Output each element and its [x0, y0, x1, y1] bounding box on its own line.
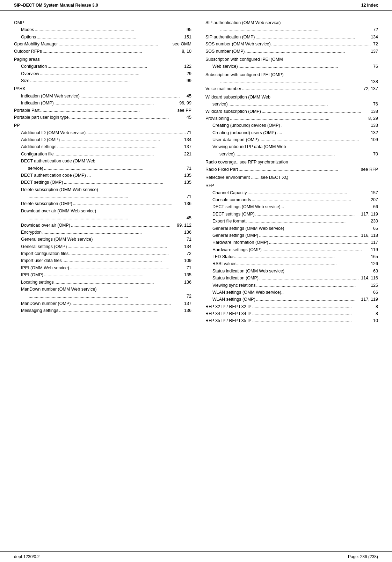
entry-page-number: 135 [184, 179, 191, 186]
entry-page-number: 119 [371, 247, 378, 253]
entry-page-number: 95 [187, 27, 191, 33]
entry-dots-fill: ........................................… [69, 265, 187, 271]
entry-dots-fill: ........................................… [56, 144, 184, 150]
entry-label: OpenMobility Manager [14, 41, 58, 48]
entry-dots-fill: ........................................… [262, 247, 371, 253]
entry-label: Indication (OMP) [14, 100, 54, 107]
index-entry: ........................................… [14, 194, 191, 200]
entry-label: DECT settings (OMP) [14, 179, 63, 186]
entry-dots-fill: ........................................… [234, 254, 371, 260]
entry-label: Status indication (OMM Web service) [205, 268, 284, 275]
index-entry: Indication (OMM Web service)............… [14, 93, 191, 100]
index-entry: Options.................................… [14, 34, 191, 41]
main-content: OMPModes................................… [0, 11, 392, 332]
index-entry: Wildcard subscription (OMM Web [205, 94, 378, 101]
entry-label: Wildcard subscription (OMM Web [205, 94, 270, 101]
page-footer: depl-1230/0.2 Page: 236 (238) [0, 551, 392, 562]
index-entry: service)................................… [205, 101, 378, 108]
entry-dots-fill: ........................................… [219, 27, 373, 33]
index-entry: Radio Fixed Part........................… [205, 166, 378, 173]
entry-label: Hardware settings (OMP) [205, 247, 262, 253]
entry-label: WLAN settings (OMM Web service).. [205, 289, 284, 296]
entry-page-number: 71 [187, 194, 191, 200]
entry-page-number: 135 [184, 172, 191, 179]
entry-page-number: 72 [373, 41, 378, 48]
entry-label: Configuration file [14, 151, 54, 158]
entry-label: Hardware information (OMP) [205, 239, 268, 246]
entry-dots-fill: ........................................… [259, 137, 371, 143]
entry-page-number: 8, 29 [368, 115, 378, 122]
entry-dots-fill: ........................................… [259, 275, 361, 282]
entry-dots-fill: ........................................… [237, 261, 371, 267]
entry-page-number: 138 [371, 108, 378, 115]
entry-page-number: 137 [184, 300, 191, 307]
entry-page-number: 66 [373, 289, 378, 296]
entry-label: General settings (OMP) [14, 243, 67, 250]
index-entry: Provisioning............................… [205, 115, 378, 122]
entry-page-number: 10 [373, 318, 378, 324]
index-entry: ........................................… [205, 79, 378, 85]
index-entry: RSSI values.............................… [205, 261, 378, 267]
entry-dots-fill: ........................................… [58, 307, 184, 314]
index-entry: Indication (OMP)........................… [14, 100, 191, 107]
entry-label: RFP 32 IP / RFP L32 IP [205, 304, 252, 310]
index-entry: PP [14, 122, 191, 129]
entry-dots-fill: ........................................… [60, 137, 184, 143]
index-entry: RFP [205, 182, 378, 189]
entry-label: General settings (OMM Web service) [14, 236, 93, 243]
index-entry: service)................................… [205, 151, 378, 158]
entry-page-number: 45 [187, 93, 191, 100]
entry-page-number: 137 [184, 144, 191, 150]
index-entry: DECT settings (OMM Web service)...66 [205, 204, 378, 210]
index-entry: ManDown number (OMP)....................… [14, 300, 191, 307]
footer-right: Page: 236 (238) [348, 554, 378, 559]
index-entry: User data import (OMP)..................… [205, 137, 378, 143]
entry-label: Reflective environment ........see DECT … [205, 174, 288, 181]
entry-page-number: 114, 116 [361, 275, 378, 282]
entry-label: PP [14, 122, 20, 129]
entry-label: Status indication (OMP) [205, 275, 259, 282]
entry-label: ManDown number (OMP) [14, 300, 71, 307]
entry-dots-fill: ........................................… [86, 130, 187, 136]
entry-dots-fill: ........................................… [71, 300, 184, 307]
index-entry: Channel Capacity........................… [205, 190, 378, 196]
entry-label: SOS number (OMM Web service) [205, 41, 271, 48]
index-entry: Status indication (OMM Web service)63 [205, 268, 378, 275]
entry-page-number: 151 [184, 34, 191, 41]
entry-dots-fill: ........................................… [47, 63, 184, 70]
index-entry: PARK [14, 86, 191, 92]
entry-page-number: 137 [371, 48, 378, 55]
entry-dots-fill: ........................................… [54, 151, 184, 158]
entry-label: DECT settings (OMM Web service)... [205, 204, 284, 210]
entry-page-number: 76 [373, 101, 378, 108]
entry-label: RSSI values [205, 261, 237, 267]
entry-page-number: 117, 119 [361, 211, 378, 218]
entry-label: Size [14, 78, 29, 84]
index-entry: DECT authentication code (OMP) ...135 [14, 172, 191, 179]
index-entry: service)................................… [14, 165, 191, 172]
index-entry: Delete subscription (OMM Web service) [14, 187, 191, 193]
entry-page-number: 8 [376, 304, 378, 310]
entry-label: DECT authentication code (OMM Web [14, 158, 95, 165]
entry-page-number: 71 [187, 165, 191, 172]
entry-dots-fill: ........................................… [68, 114, 187, 121]
entry-page-number: 134 [184, 137, 191, 143]
entry-label: Encryption [14, 229, 42, 236]
entry-label: Creating (unbound) users (OMP) .... [205, 130, 282, 136]
index-entry: Hardware information (OMP)..............… [205, 239, 378, 246]
entry-label: IPEI (OMM Web service) [14, 265, 69, 271]
entry-dots-fill: ........................................… [255, 282, 371, 289]
entry-page-number: 45 [187, 114, 191, 121]
entry-page-number: 70 [373, 151, 378, 158]
entry-dots-fill: ........................................… [245, 218, 371, 225]
entry-label: Import user data files [14, 257, 62, 264]
entry-label: Subscription with configured IPEI (OMM [205, 56, 283, 63]
index-entry: DECT authentication code (OMM Web [14, 158, 191, 165]
index-entry: RFP 35 IP / RFP L35 IP..................… [205, 318, 378, 324]
entry-label: Additional settings [14, 144, 56, 150]
entry-page-number: 72, 137 [363, 86, 378, 92]
entry-page-number: 221 [184, 151, 191, 158]
entry-dots-fill: ........................................… [72, 200, 184, 207]
entry-page-number: 125 [371, 282, 378, 289]
entry-dots-fill: ........................................… [255, 34, 371, 41]
